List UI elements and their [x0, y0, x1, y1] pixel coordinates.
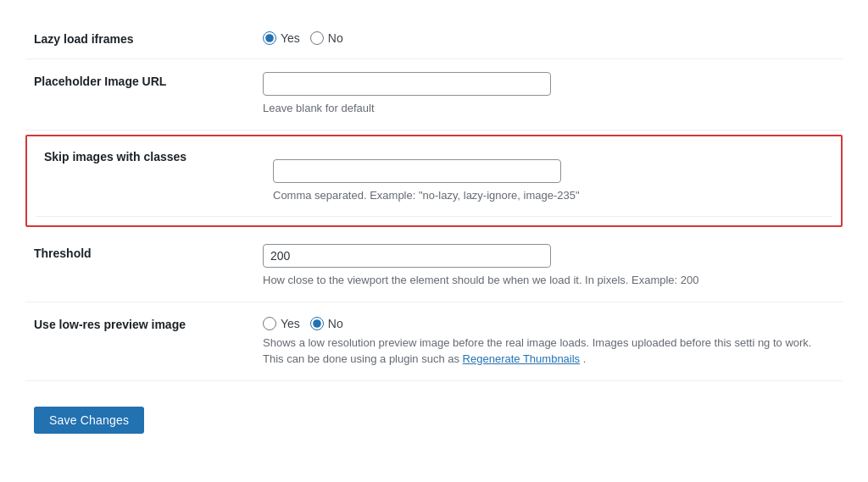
threshold-input[interactable] — [263, 244, 551, 268]
placeholder-image-url-label: Placeholder Image URL — [25, 59, 246, 130]
skip-images-highlight-box: Skip images with classes Comma separated… — [25, 135, 843, 228]
placeholder-image-url-hint: Leave blank for default — [263, 100, 834, 117]
save-changes-button[interactable]: Save Changes — [34, 407, 144, 434]
skip-images-inner-table: Skip images with classes Comma separated… — [36, 147, 832, 218]
lazy-load-no-radio[interactable] — [310, 31, 324, 45]
threshold-hint: How close to the viewport the element sh… — [263, 272, 834, 289]
low-res-preview-control: Yes No Shows a low resolution preview im… — [246, 302, 843, 380]
low-res-no-label[interactable]: No — [310, 317, 343, 330]
lazy-load-yes-radio[interactable] — [263, 31, 276, 45]
threshold-control: How close to the viewport the element sh… — [246, 231, 843, 302]
placeholder-image-url-input[interactable] — [263, 72, 551, 96]
lazy-load-iframes-row: Lazy load iframes Yes No — [25, 17, 843, 59]
lazy-load-no-label[interactable]: No — [310, 31, 343, 45]
placeholder-image-url-row: Placeholder Image URL Leave blank for de… — [25, 59, 843, 130]
lazy-load-iframes-radio-group: Yes No — [263, 30, 834, 45]
low-res-preview-row: Use low-res preview image Yes No Sho — [25, 302, 843, 380]
settings-page: Lazy load iframes Yes No — [0, 0, 868, 482]
skip-images-classes-outer: Skip images with classes Comma separated… — [25, 130, 843, 231]
lazy-load-iframes-label: Lazy load iframes — [25, 17, 246, 59]
low-res-yes-text: Yes — [281, 317, 300, 330]
low-res-preview-label: Use low-res preview image — [25, 302, 246, 380]
low-res-no-radio[interactable] — [310, 317, 324, 330]
skip-images-classes-control: Comma separated. Example: "no-lazy, lazy… — [256, 147, 832, 217]
lazy-load-no-text: No — [328, 31, 343, 45]
low-res-preview-radio-group: Yes No — [263, 315, 834, 330]
threshold-row: Threshold How close to the viewport the … — [25, 231, 843, 302]
skip-images-classes-row: Skip images with classes Comma separated… — [25, 130, 843, 231]
low-res-yes-label[interactable]: Yes — [263, 317, 300, 330]
lazy-load-iframes-control: Yes No — [246, 17, 843, 59]
threshold-label: Threshold — [25, 231, 246, 302]
low-res-preview-hint: Shows a low resolution preview image bef… — [263, 335, 834, 368]
lazy-load-yes-label[interactable]: Yes — [263, 31, 300, 45]
lazy-load-yes-text: Yes — [281, 31, 300, 45]
skip-images-classes-input[interactable] — [273, 159, 561, 183]
regenerate-thumbnails-link[interactable]: Regenerate Thumbnails — [463, 352, 581, 365]
low-res-hint-text2: . — [583, 352, 587, 365]
placeholder-image-url-control: Leave blank for default — [246, 59, 843, 130]
save-changes-container: Save Changes — [25, 398, 843, 434]
low-res-yes-radio[interactable] — [263, 317, 276, 330]
skip-images-classes-label: Skip images with classes — [36, 147, 256, 217]
settings-table: Lazy load iframes Yes No — [25, 17, 843, 381]
skip-images-inner-row: Skip images with classes Comma separated… — [36, 147, 832, 217]
low-res-no-text: No — [328, 317, 343, 330]
skip-images-classes-hint: Comma separated. Example: "no-lazy, lazy… — [273, 187, 824, 204]
